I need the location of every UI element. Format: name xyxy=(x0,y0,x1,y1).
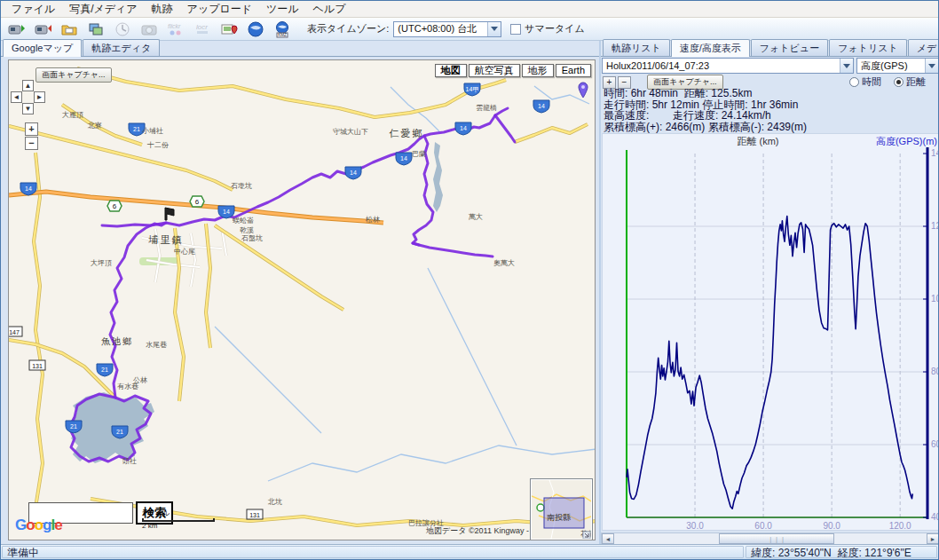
svg-text:14: 14 xyxy=(25,185,32,192)
y-tick-label: 800 xyxy=(931,367,938,376)
chart-y-axis-title: 高度(GPS)(m) xyxy=(876,136,937,146)
route-shield: 131 xyxy=(29,360,45,370)
svg-text:147: 147 xyxy=(9,329,20,335)
stat-line: 時間: 6hr 48min 距離: 125.5km xyxy=(604,88,807,99)
google-logo-letter: o xyxy=(26,517,34,533)
track-select-value: Holux2011/06/14_07:23 xyxy=(603,60,840,71)
svg-text:21: 21 xyxy=(116,429,123,435)
export-kmz-icon[interactable]: KMZ xyxy=(270,20,294,39)
map-zoom-in-button[interactable]: + xyxy=(25,122,38,136)
elevation-chart-svg: 距離 (km)高度(GPS)(m)40060080010001200140030… xyxy=(603,134,938,530)
map-type-button[interactable]: Earth xyxy=(556,64,591,77)
tab[interactable]: Googleマップ xyxy=(3,39,82,57)
scroll-left-arrow[interactable]: ◄ xyxy=(602,533,614,544)
tab[interactable]: 軌跡エディタ xyxy=(83,39,160,56)
scroll-thumb[interactable]: ｜｜｜ xyxy=(719,533,834,544)
track-statistics: 時間: 6hr 48min 距離: 125.5km走行時間: 5hr 12min… xyxy=(604,88,807,132)
google-earth-icon[interactable] xyxy=(243,20,267,39)
map-panel: Googleマップ軌跡エディタ 6614141414141414甲2121212… xyxy=(1,41,599,544)
tab[interactable]: 軌跡リスト xyxy=(603,39,670,56)
svg-text:21: 21 xyxy=(70,423,77,430)
photo-folder-icon[interactable] xyxy=(57,20,81,39)
y-tick-label: 1200 xyxy=(931,221,938,231)
x-tick-label: 60.0 xyxy=(754,521,772,530)
chart-scrollbar[interactable]: ◄ ｜｜｜ ► xyxy=(601,532,939,545)
map-svg: 6614141414141414甲21212121131131147埔里鎮仁愛鄉… xyxy=(9,60,596,540)
svg-text:14: 14 xyxy=(223,209,230,215)
tab[interactable]: フォトビュー xyxy=(751,39,828,56)
status-bar: 準備中 緯度: 23°55'40"N 経度: 121°9'6"E xyxy=(1,544,938,559)
map-type-button[interactable]: 地形 xyxy=(522,64,554,77)
gps-write-icon[interactable] xyxy=(30,20,54,39)
map-place-label: 北坑 xyxy=(267,498,282,506)
radio-label: 距離 xyxy=(906,75,926,89)
main-area: Googleマップ軌跡エディタ 6614141414141414甲2121212… xyxy=(1,41,938,544)
svg-text:flickr: flickr xyxy=(168,23,181,29)
svg-text:131: 131 xyxy=(249,512,260,518)
menu-item[interactable]: ファイル xyxy=(4,1,62,18)
elevation-chart[interactable]: 距離 (km)高度(GPS)(m)40060080010001200140030… xyxy=(602,133,939,531)
pan-up-button[interactable]: ▲ xyxy=(22,80,34,91)
route-shield: 21 xyxy=(97,364,113,376)
overview-map[interactable]: 南投縣 花蓮 xyxy=(530,478,593,540)
scale-miles-label: 2 マイル xyxy=(142,509,215,518)
map-place-label: 雲龍橋 xyxy=(476,104,497,112)
scroll-right-arrow[interactable]: ► xyxy=(927,533,939,544)
radio-selected[interactable] xyxy=(894,77,903,87)
y-tick-label: 1000 xyxy=(931,294,938,304)
menu-item[interactable]: アップロード xyxy=(180,1,259,18)
svg-text:131: 131 xyxy=(32,363,43,369)
menu-item[interactable]: 軌跡 xyxy=(145,1,180,18)
summer-time-checkbox[interactable] xyxy=(510,24,521,35)
overview-map-svg: 南投縣 花蓮 xyxy=(532,480,591,539)
google-logo: Google xyxy=(15,517,62,534)
map-capture-button[interactable]: 画面キャプチャ... xyxy=(36,67,112,83)
chevron-down-icon[interactable] xyxy=(925,59,938,73)
svg-text:locr: locr xyxy=(196,23,208,31)
tab[interactable]: フォトリスト xyxy=(829,39,907,56)
google-logo-letter: G xyxy=(15,517,26,533)
metric-select-value: 高度(GPS) xyxy=(857,59,925,73)
map-zoom-out-button[interactable]: − xyxy=(25,137,38,150)
menu-item[interactable]: 写真/メディア xyxy=(62,1,144,18)
svg-text:14甲: 14甲 xyxy=(466,86,479,93)
radio-option[interactable] xyxy=(849,77,859,87)
map-place-label: 乾溪 xyxy=(240,226,254,234)
route-shield: 14 xyxy=(396,153,412,165)
map-place-label: 大雁頂 xyxy=(62,111,83,119)
photo-import-icon[interactable] xyxy=(83,20,107,39)
toolbar-icons: flickrlocrKMZ xyxy=(4,20,296,39)
gps-read-icon[interactable] xyxy=(4,20,28,39)
map-place-label: 守城大山下 xyxy=(333,128,368,136)
menu-item[interactable]: ヘルプ xyxy=(306,1,353,18)
svg-text:14: 14 xyxy=(400,155,407,162)
pan-right-button[interactable]: ► xyxy=(34,91,45,103)
metric-select[interactable]: 高度(GPS) xyxy=(856,58,939,74)
map-type-button[interactable]: 地図 xyxy=(435,64,467,77)
map-place-label: 小埔社 xyxy=(142,127,163,135)
map-canvas[interactable]: 6614141414141414甲21212121131131147埔里鎮仁愛鄉… xyxy=(8,59,596,540)
map-pin-icon[interactable] xyxy=(577,82,589,103)
tab[interactable]: メディアリスト xyxy=(908,39,939,56)
svg-text:21: 21 xyxy=(133,126,140,132)
svg-text:6: 6 xyxy=(113,202,117,210)
google-logo-letter: g xyxy=(43,517,51,533)
track-select[interactable]: Holux2011/06/14_07:23 xyxy=(602,58,854,74)
pan-down-button[interactable]: ▼ xyxy=(22,103,34,114)
map-place-label: 頭社 xyxy=(122,457,137,465)
timezone-select[interactable]: (UTC+08:00) 台北 xyxy=(393,21,501,37)
map-place-label: 石墘坑 xyxy=(231,182,252,190)
chevron-down-icon[interactable] xyxy=(487,22,501,36)
map-place-label: 北寮 xyxy=(87,122,102,130)
y-tick-label: 400 xyxy=(931,512,938,522)
tab[interactable]: 速度/高度表示 xyxy=(671,39,750,57)
map-type-button[interactable]: 航空写真 xyxy=(469,64,520,77)
svg-text:KMZ: KMZ xyxy=(278,33,287,37)
photo-map-icon[interactable] xyxy=(217,20,241,39)
profile-panel: 軌跡リスト速度/高度表示フォトビューフォトリストメディアリスト Holux201… xyxy=(601,41,939,544)
pan-left-button[interactable]: ◄ xyxy=(11,91,22,103)
menu-item[interactable]: ツール xyxy=(259,1,306,18)
route-shield: 14甲 xyxy=(464,83,480,96)
chevron-down-icon[interactable] xyxy=(840,59,853,73)
google-logo-letter: e xyxy=(54,517,61,533)
